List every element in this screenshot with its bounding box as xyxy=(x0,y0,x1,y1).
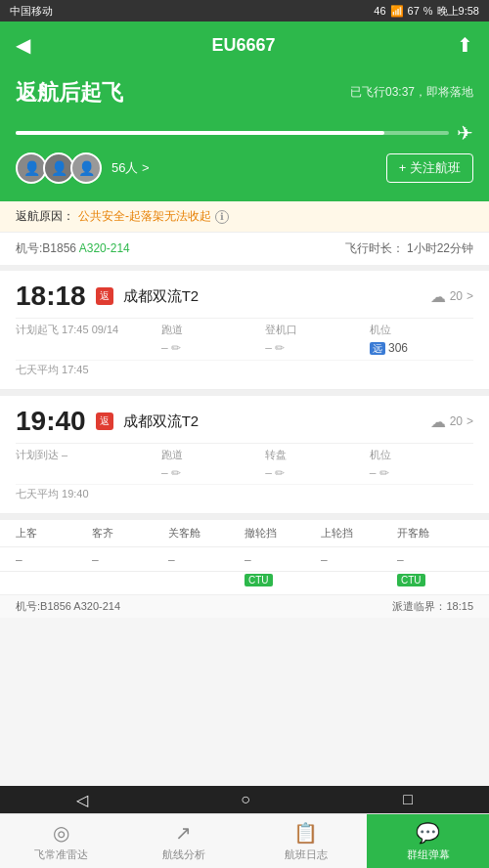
arr-chevron[interactable]: > xyxy=(467,414,473,428)
ops-h5: 上轮挡 xyxy=(321,526,397,541)
reason-bar: 返航原因： 公共安全-起落架无法收起 ℹ xyxy=(0,201,489,233)
aircraft-info: 机号:B1856 A320-214 xyxy=(16,240,130,257)
arr-col2-header: 跑道 xyxy=(161,448,265,462)
arrival-block: 19:40 返 成都双流T2 ☁ 20 > 计划到达 – 跑道 转盘 机位 – … xyxy=(0,390,489,514)
follow-button[interactable]: + 关注航班 xyxy=(386,153,473,183)
arr-badge: 返 xyxy=(96,412,113,430)
status-right: 46 📶 67% 晚上9:58 xyxy=(374,4,479,19)
arr-avg-col4 xyxy=(370,487,473,501)
ops-d3: – xyxy=(168,553,244,567)
dep-airport: 成都双流T2 xyxy=(123,287,200,306)
nav-route-label: 航线分析 xyxy=(162,847,205,862)
ops-s5 xyxy=(321,574,397,586)
signal-label: 46 xyxy=(374,5,385,17)
share-button[interactable]: ⬆ xyxy=(457,33,473,57)
ops-s4: CTU xyxy=(244,574,321,586)
time-label: 晚上9:58 xyxy=(437,4,479,19)
flight-number-title: EU6667 xyxy=(211,35,275,56)
dep-avg-col3 xyxy=(265,363,369,377)
dep-col4-header: 机位 xyxy=(370,323,473,337)
ops-s6: CTU xyxy=(397,574,473,586)
arr-weather: ☁ 20 > xyxy=(430,412,473,431)
dep-avg-row: 七天平均 17:45 xyxy=(16,360,473,383)
nav-radar-label: 飞常准雷达 xyxy=(34,847,88,862)
dep-val2: – ✏ xyxy=(161,341,265,356)
ops-h3: 关客舱 xyxy=(168,526,244,541)
dep-cloud-icon: ☁ xyxy=(430,287,446,306)
status-bar: 中国移动 46 📶 67% 晚上9:58 xyxy=(0,0,489,22)
progress-fill xyxy=(16,131,384,135)
reason-label: 返航原因： xyxy=(16,208,74,225)
info-icon[interactable]: ℹ xyxy=(215,210,229,224)
flight-status: 返航后起飞 xyxy=(16,78,123,108)
followers-count[interactable]: 56人 > xyxy=(111,159,150,177)
scroll-content: 返航后起飞 已飞行03:37，即将落地 ✈ 👤 👤 👤 56人 > + 关注航班… xyxy=(0,68,489,786)
nav-log-label: 航班日志 xyxy=(285,847,328,862)
nav-route[interactable]: ↗ 航线分析 xyxy=(122,814,244,868)
battery-label: 67 xyxy=(408,5,420,17)
dep-temp: 20 xyxy=(450,289,463,303)
ops-h4: 撤轮挡 xyxy=(244,526,321,541)
sys-bottom-bar: ◁ ○ □ xyxy=(0,786,489,813)
dep-top: 18:18 返 成都双流T2 ☁ 20 > xyxy=(16,281,473,312)
progress-track xyxy=(16,131,449,135)
back-button[interactable]: ◀ xyxy=(16,33,30,57)
reason-value: 公共安全-起落架无法收起 xyxy=(78,208,211,225)
back-sys-button[interactable]: ◁ xyxy=(76,791,88,809)
ops-h1: 上客 xyxy=(16,526,92,541)
dep-col2-header: 跑道 xyxy=(161,323,265,337)
arr-avg-col3 xyxy=(265,487,369,501)
ops-h6: 开客舱 xyxy=(397,526,473,541)
nav-log[interactable]: 📋 航班日志 xyxy=(244,814,367,868)
arr-col1-header: 计划到达 – xyxy=(16,448,161,462)
chat-icon: 💬 xyxy=(416,821,440,845)
plane-icon: ✈ xyxy=(457,121,473,145)
arr-airport: 成都双流T2 xyxy=(123,412,200,431)
ops-header: 上客 客齐 关客舱 撤轮挡 上轮挡 开客舱 xyxy=(0,520,489,547)
duration-info: 飞行时长： 1小时22分钟 xyxy=(345,240,473,257)
dep-chevron[interactable]: > xyxy=(467,289,473,303)
arr-avg-col2 xyxy=(161,487,265,501)
ctu-badge-1: CTU xyxy=(244,574,273,586)
header: ◀ EU6667 ⬆ xyxy=(0,22,489,68)
avatar-3: 👤 xyxy=(70,152,102,184)
ops-s2 xyxy=(92,574,168,586)
ops-d5: – xyxy=(321,553,397,567)
flight-sub: 已飞行03:37，即将落地 xyxy=(350,84,473,101)
route-icon: ↗ xyxy=(175,821,192,845)
dep-detail-header: 计划起飞 17:45 09/14 跑道 登机口 机位 xyxy=(16,318,473,339)
arr-val3: – ✏ xyxy=(265,466,369,480)
avatars-group: 👤 👤 👤 56人 > xyxy=(16,152,150,184)
arr-val2: – ✏ xyxy=(161,466,265,480)
home-sys-button[interactable]: ○ xyxy=(241,791,250,808)
ctu-badge-2: CTU xyxy=(397,574,425,586)
radar-icon: ◎ xyxy=(53,821,69,845)
dep-col3-header: 登机口 xyxy=(265,323,369,337)
flight-info-row: 机号:B1856 A320-214 飞行时长： 1小时22分钟 xyxy=(0,233,489,271)
dep-avg-col2 xyxy=(161,363,265,377)
nav-chat[interactable]: 💬 群组弹幕 xyxy=(367,814,489,868)
recent-sys-button[interactable]: □ xyxy=(403,791,413,808)
gate-badge: 远 xyxy=(370,342,385,355)
dep-val4: 远 306 xyxy=(370,341,473,356)
departure-block: 18:18 返 成都双流T2 ☁ 20 > 计划起飞 17:45 09/14 跑… xyxy=(0,271,489,390)
aircraft-type-link[interactable]: A320-214 xyxy=(79,241,130,255)
progress-container: ✈ xyxy=(16,121,473,145)
dep-avg-col4 xyxy=(370,363,473,377)
arr-avg-row: 七天平均 19:40 xyxy=(16,484,473,507)
ops-sub: CTU CTU xyxy=(0,572,489,594)
dep-time: 18:18 xyxy=(16,281,86,312)
bottom-right: 派遣临界：18:15 xyxy=(392,599,473,614)
arr-val1 xyxy=(16,466,161,480)
dep-avg-label: 七天平均 17:45 xyxy=(16,363,161,377)
bottom-left: 机号:B1856 A320-214 xyxy=(16,599,120,614)
dep-badge: 返 xyxy=(96,287,113,305)
nav-chat-label: 群组弹幕 xyxy=(407,847,450,862)
arr-time: 19:40 xyxy=(16,406,86,437)
nav-radar[interactable]: ◎ 飞常准雷达 xyxy=(0,814,122,868)
arr-col3-header: 转盘 xyxy=(265,448,369,462)
dep-col1-header: 计划起飞 17:45 09/14 xyxy=(16,323,161,337)
arr-detail-header: 计划到达 – 跑道 转盘 机位 xyxy=(16,443,473,464)
ops-s3 xyxy=(168,574,244,586)
ops-data: – – – – – – xyxy=(0,547,489,572)
